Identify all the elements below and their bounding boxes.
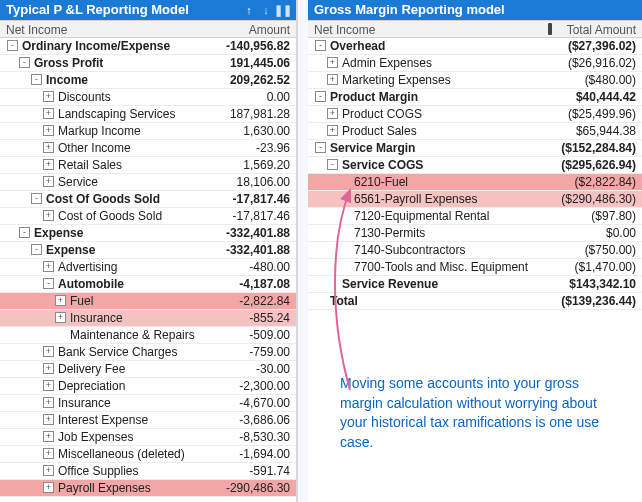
- collapse-icon[interactable]: -: [31, 74, 42, 85]
- expand-icon[interactable]: +: [43, 125, 54, 136]
- table-row[interactable]: -Product Margin$40,444.42: [308, 89, 642, 106]
- table-row[interactable]: +Fuel-2,822.84: [0, 293, 296, 310]
- table-row[interactable]: +Payroll Expenses-290,486.30: [0, 480, 296, 497]
- row-label: Income: [46, 72, 88, 89]
- table-row[interactable]: -Automobile-4,187.08: [0, 276, 296, 293]
- table-row[interactable]: +Office Supplies-591.74: [0, 463, 296, 480]
- collapse-icon[interactable]: -: [43, 278, 54, 289]
- table-row[interactable]: -Cost Of Goods Sold-17,817.46: [0, 191, 296, 208]
- collapse-icon[interactable]: -: [315, 40, 326, 51]
- row-label: Expense: [46, 242, 95, 259]
- expand-icon[interactable]: +: [327, 108, 338, 119]
- table-row[interactable]: +Insurance-4,670.00: [0, 395, 296, 412]
- row-amount: ($97.80): [591, 208, 636, 225]
- row-amount: 18,106.00: [237, 174, 290, 191]
- expand-icon[interactable]: +: [43, 380, 54, 391]
- table-row[interactable]: +Cost of Goods Sold-17,817.46: [0, 208, 296, 225]
- expand-icon[interactable]: +: [55, 312, 66, 323]
- table-row[interactable]: -Ordinary Income/Expense-140,956.82: [0, 38, 296, 55]
- table-row[interactable]: -Service Margin($152,284.84): [308, 140, 642, 157]
- collapse-icon[interactable]: -: [31, 193, 42, 204]
- expand-icon[interactable]: +: [43, 363, 54, 374]
- right-titlebar: Gross Margin Reporting model: [308, 0, 642, 20]
- expand-icon[interactable]: +: [327, 74, 338, 85]
- row-amount: -17,817.46: [233, 191, 290, 208]
- table-row[interactable]: Maintenance & Repairs-509.00: [0, 327, 296, 344]
- table-row[interactable]: +Insurance-855.24: [0, 310, 296, 327]
- table-row[interactable]: +Product COGS($25,499.96): [308, 106, 642, 123]
- table-row[interactable]: +Interest Expense-3,686.06: [0, 412, 296, 429]
- table-row[interactable]: Service Revenue$143,342.10: [308, 276, 642, 293]
- table-row[interactable]: +Advertising-480.00: [0, 259, 296, 276]
- table-row[interactable]: +Landscaping Services187,981.28: [0, 106, 296, 123]
- table-row[interactable]: +Miscellaneous (deleted)-1,694.00: [0, 446, 296, 463]
- expand-icon[interactable]: +: [43, 210, 54, 221]
- table-row[interactable]: -Expense-332,401.88: [0, 242, 296, 259]
- table-row[interactable]: +Discounts0.00: [0, 89, 296, 106]
- row-label: Overhead: [330, 38, 385, 55]
- bars-icon[interactable]: ❚❚: [276, 3, 290, 17]
- table-row[interactable]: 7700-Tools and Misc. Equipment($1,470.00…: [308, 259, 642, 276]
- table-row[interactable]: +Marketing Expenses($480.00): [308, 72, 642, 89]
- collapse-icon[interactable]: -: [327, 159, 338, 170]
- expand-icon[interactable]: +: [327, 125, 338, 136]
- expand-icon[interactable]: +: [43, 465, 54, 476]
- table-row[interactable]: +Delivery Fee-30.00: [0, 361, 296, 378]
- table-row[interactable]: +Product Sales$65,944.38: [308, 123, 642, 140]
- row-label: Discounts: [58, 89, 111, 106]
- table-row[interactable]: +Admin Expenses($26,916.02): [308, 55, 642, 72]
- expand-icon[interactable]: +: [43, 448, 54, 459]
- row-amount: -8,530.30: [239, 429, 290, 446]
- table-row[interactable]: -Expense-332,401.88: [0, 225, 296, 242]
- table-row[interactable]: -Gross Profit191,445.06: [0, 55, 296, 72]
- row-label: Product Margin: [330, 89, 418, 106]
- table-row[interactable]: 7130-Permits$0.00: [308, 225, 642, 242]
- table-row[interactable]: +Job Expenses-8,530.30: [0, 429, 296, 446]
- expand-icon[interactable]: +: [43, 159, 54, 170]
- expand-icon[interactable]: +: [43, 91, 54, 102]
- row-amount: -30.00: [256, 361, 290, 378]
- expand-icon[interactable]: +: [43, 482, 54, 493]
- collapse-icon[interactable]: -: [19, 57, 30, 68]
- row-label: Delivery Fee: [58, 361, 125, 378]
- table-row[interactable]: -Overhead($27,396.02): [308, 38, 642, 55]
- row-amount: 1,569.20: [243, 157, 290, 174]
- collapse-icon[interactable]: -: [315, 142, 326, 153]
- expand-icon[interactable]: +: [43, 108, 54, 119]
- table-row[interactable]: +Depreciation-2,300.00: [0, 378, 296, 395]
- table-row[interactable]: -Service COGS($295,626.94): [308, 157, 642, 174]
- expand-icon[interactable]: +: [43, 261, 54, 272]
- table-row[interactable]: +Retail Sales1,569.20: [0, 157, 296, 174]
- collapse-icon[interactable]: -: [31, 244, 42, 255]
- expand-icon[interactable]: +: [55, 295, 66, 306]
- expand-icon[interactable]: +: [43, 397, 54, 408]
- expand-icon[interactable]: +: [43, 414, 54, 425]
- collapse-icon[interactable]: -: [19, 227, 30, 238]
- table-row[interactable]: Total($139,236.44): [308, 293, 642, 310]
- table-row[interactable]: +Markup Income1,630.00: [0, 123, 296, 140]
- row-label: Advertising: [58, 259, 117, 276]
- up-arrow-icon[interactable]: ↑: [242, 3, 256, 17]
- table-row[interactable]: 7120-Equipmental Rental($97.80): [308, 208, 642, 225]
- table-row[interactable]: 6561-Payroll Expenses($290,486.30): [308, 191, 642, 208]
- collapse-icon[interactable]: -: [7, 40, 18, 51]
- row-label: Admin Expenses: [342, 55, 432, 72]
- row-label: Cost Of Goods Sold: [46, 191, 160, 208]
- row-amount: 1,630.00: [243, 123, 290, 140]
- row-amount: ($152,284.84): [561, 140, 636, 157]
- table-row[interactable]: 7140-Subcontractors($750.00): [308, 242, 642, 259]
- row-label: Retail Sales: [58, 157, 122, 174]
- expand-icon[interactable]: +: [43, 142, 54, 153]
- table-row[interactable]: -Income209,262.52: [0, 72, 296, 89]
- expand-icon[interactable]: +: [327, 57, 338, 68]
- table-row[interactable]: 6210-Fuel($2,822.84): [308, 174, 642, 191]
- table-row[interactable]: +Bank Service Charges-759.00: [0, 344, 296, 361]
- expand-icon[interactable]: +: [43, 176, 54, 187]
- expand-icon[interactable]: +: [43, 431, 54, 442]
- column-splitter[interactable]: [548, 23, 552, 35]
- table-row[interactable]: +Other Income-23.96: [0, 140, 296, 157]
- table-row[interactable]: +Service18,106.00: [0, 174, 296, 191]
- down-arrow-icon[interactable]: ↓: [259, 3, 273, 17]
- collapse-icon[interactable]: -: [315, 91, 326, 102]
- expand-icon[interactable]: +: [43, 346, 54, 357]
